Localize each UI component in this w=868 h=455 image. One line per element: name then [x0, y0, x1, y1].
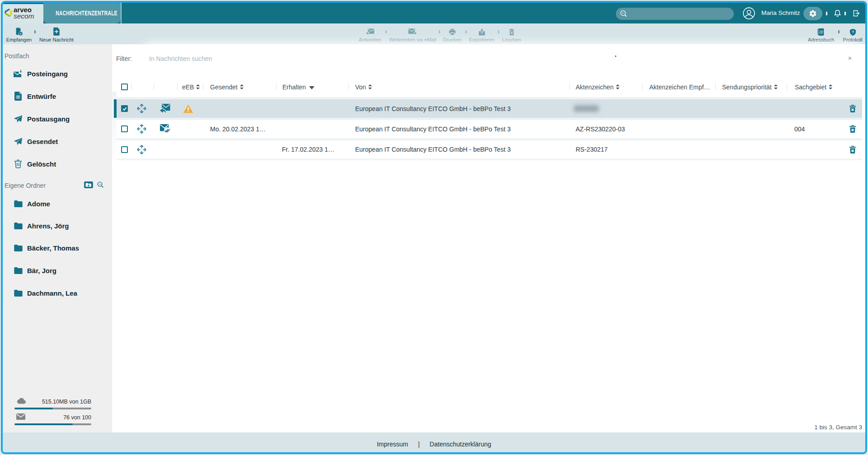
svg-text:@: @	[819, 30, 823, 34]
svg-text:?: ?	[851, 30, 854, 34]
